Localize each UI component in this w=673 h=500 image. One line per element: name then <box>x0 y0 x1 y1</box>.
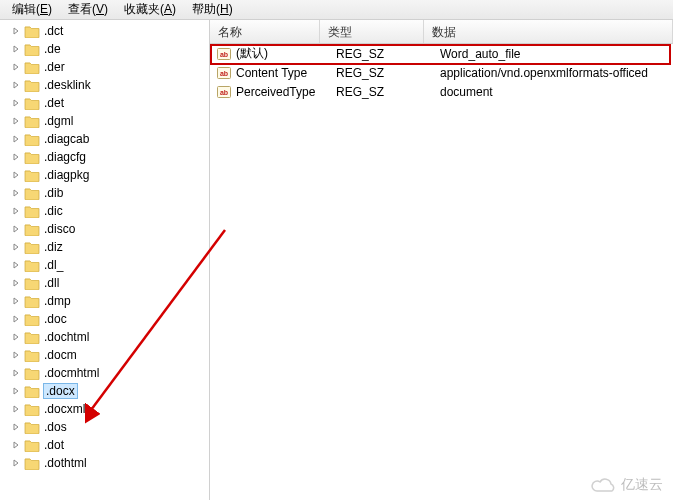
tree-item-label: .dct <box>44 24 63 38</box>
main-panel: .dct.de.der.desklink.det.dgml.diagcab.di… <box>0 20 673 500</box>
folder-icon <box>24 222 40 236</box>
expand-icon[interactable] <box>10 43 22 55</box>
tree-item-label: .dib <box>44 186 63 200</box>
value-type: REG_SZ <box>336 85 440 99</box>
folder-icon <box>24 384 40 398</box>
folder-icon <box>24 186 40 200</box>
column-type[interactable]: 类型 <box>320 20 424 43</box>
expand-icon[interactable] <box>10 313 22 325</box>
tree-item[interactable]: .de <box>0 40 209 58</box>
folder-icon <box>24 96 40 110</box>
tree-item[interactable]: .diagcab <box>0 130 209 148</box>
expand-icon[interactable] <box>10 331 22 343</box>
registry-tree[interactable]: .dct.de.der.desklink.det.dgml.diagcab.di… <box>0 20 210 500</box>
tree-item[interactable]: .dmp <box>0 292 209 310</box>
tree-item[interactable]: .disco <box>0 220 209 238</box>
list-row[interactable]: abContent TypeREG_SZapplication/vnd.open… <box>210 63 673 82</box>
tree-item-label: .der <box>44 60 65 74</box>
expand-icon[interactable] <box>10 25 22 37</box>
tree-item-label: .desklink <box>44 78 91 92</box>
tree-item[interactable]: .dl_ <box>0 256 209 274</box>
folder-icon <box>24 402 40 416</box>
value-data: Word_auto_file <box>440 47 673 61</box>
expand-icon[interactable] <box>10 349 22 361</box>
tree-item[interactable]: .dothtml <box>0 454 209 472</box>
tree-item-label: .de <box>44 42 61 56</box>
tree-item[interactable]: .dic <box>0 202 209 220</box>
expand-icon[interactable] <box>10 187 22 199</box>
expand-icon[interactable] <box>10 385 22 397</box>
expand-icon[interactable] <box>10 277 22 289</box>
tree-item[interactable]: .dgml <box>0 112 209 130</box>
list-header[interactable]: 名称 类型 数据 <box>210 20 673 44</box>
watermark: 亿速云 <box>591 476 663 494</box>
tree-item[interactable]: .docm <box>0 346 209 364</box>
expand-icon[interactable] <box>10 79 22 91</box>
folder-icon <box>24 438 40 452</box>
tree-item[interactable]: .docxml <box>0 400 209 418</box>
tree-item-label: .dothtml <box>44 456 87 470</box>
tree-item[interactable]: .dot <box>0 436 209 454</box>
expand-icon[interactable] <box>10 133 22 145</box>
tree-item-label: .diagcab <box>44 132 89 146</box>
expand-icon[interactable] <box>10 223 22 235</box>
tree-item[interactable]: .dos <box>0 418 209 436</box>
menu-favorites[interactable]: 收藏夹(A) <box>116 0 184 20</box>
expand-icon[interactable] <box>10 403 22 415</box>
column-name[interactable]: 名称 <box>210 20 320 43</box>
tree-item-label: .doc <box>44 312 67 326</box>
expand-icon[interactable] <box>10 367 22 379</box>
tree-item[interactable]: .docx <box>0 382 209 400</box>
tree-item[interactable]: .diagcfg <box>0 148 209 166</box>
expand-icon[interactable] <box>10 61 22 73</box>
expand-icon[interactable] <box>10 169 22 181</box>
folder-icon <box>24 132 40 146</box>
string-value-icon: ab <box>216 46 232 62</box>
tree-item[interactable]: .docmhtml <box>0 364 209 382</box>
list-row[interactable]: ab(默认)REG_SZWord_auto_file <box>210 44 673 63</box>
value-data: document <box>440 85 673 99</box>
column-data[interactable]: 数据 <box>424 20 673 43</box>
expand-icon[interactable] <box>10 259 22 271</box>
folder-icon <box>24 114 40 128</box>
string-value-icon: ab <box>216 65 232 81</box>
menubar: 编辑(E) 查看(V) 收藏夹(A) 帮助(H) <box>0 0 673 20</box>
folder-icon <box>24 276 40 290</box>
tree-item[interactable]: .desklink <box>0 76 209 94</box>
tree-item-label: .dochtml <box>44 330 89 344</box>
folder-icon <box>24 42 40 56</box>
tree-item-label: .dmp <box>44 294 71 308</box>
folder-icon <box>24 240 40 254</box>
expand-icon[interactable] <box>10 205 22 217</box>
expand-icon[interactable] <box>10 439 22 451</box>
tree-item-label: .dl_ <box>44 258 63 272</box>
tree-item[interactable]: .diagpkg <box>0 166 209 184</box>
expand-icon[interactable] <box>10 151 22 163</box>
expand-icon[interactable] <box>10 295 22 307</box>
expand-icon[interactable] <box>10 241 22 253</box>
expand-icon[interactable] <box>10 97 22 109</box>
tree-item[interactable]: .dct <box>0 22 209 40</box>
tree-item-label: .docmhtml <box>44 366 99 380</box>
tree-item[interactable]: .dll <box>0 274 209 292</box>
folder-icon <box>24 150 40 164</box>
menu-help[interactable]: 帮助(H) <box>184 0 241 20</box>
expand-icon[interactable] <box>10 115 22 127</box>
tree-item[interactable]: .doc <box>0 310 209 328</box>
folder-icon <box>24 456 40 470</box>
tree-item[interactable]: .det <box>0 94 209 112</box>
tree-item[interactable]: .der <box>0 58 209 76</box>
tree-item-label: .docm <box>44 348 77 362</box>
value-data: application/vnd.openxmlformats-officed <box>440 66 673 80</box>
tree-item[interactable]: .dib <box>0 184 209 202</box>
cloud-icon <box>591 476 617 494</box>
menu-view[interactable]: 查看(V) <box>60 0 116 20</box>
tree-item[interactable]: .dochtml <box>0 328 209 346</box>
list-body: ab(默认)REG_SZWord_auto_fileabContent Type… <box>210 44 673 500</box>
menu-edit[interactable]: 编辑(E) <box>4 0 60 20</box>
tree-item[interactable]: .diz <box>0 238 209 256</box>
expand-icon[interactable] <box>10 457 22 469</box>
list-row[interactable]: abPerceivedTypeREG_SZdocument <box>210 82 673 101</box>
expand-icon[interactable] <box>10 421 22 433</box>
folder-icon <box>24 78 40 92</box>
